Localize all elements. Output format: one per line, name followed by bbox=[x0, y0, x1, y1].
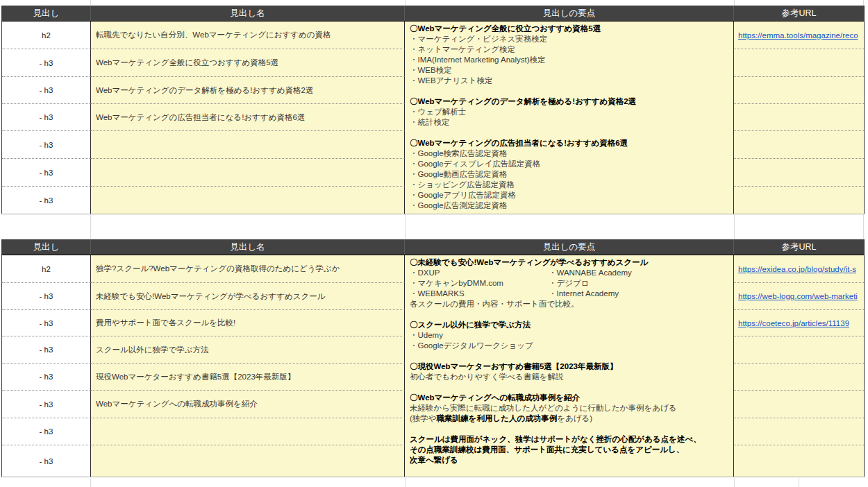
heading-name-cell: Webマーケティングのデータ解析を極める!おすすめ資格2選 bbox=[91, 77, 405, 104]
heading-name-cell: スクール以外に独学で学ぶ方法 bbox=[91, 336, 405, 364]
column-header: 見出し名 bbox=[91, 239, 405, 255]
keypoint-line: ・WEB検定 bbox=[410, 65, 728, 76]
keypoint-line bbox=[410, 86, 728, 96]
heading-name-cell bbox=[91, 418, 405, 445]
keypoint-column-item: ・Internet Academy bbox=[549, 289, 619, 298]
heading-level-cell: - h3 bbox=[2, 364, 91, 391]
heading-level-cell: - h3 bbox=[2, 418, 91, 445]
keypoints-cell: 〇Webマーケティング全般に役立つおすすめ資格5選・マーケティング・ビジネス実務… bbox=[405, 22, 734, 214]
reference-url-cell bbox=[734, 445, 864, 477]
reference-url-cell bbox=[734, 104, 864, 131]
outline-table-qualifications: 見出し見出し名見出しの要点参考URL h2転職先でなりたい自分別、Webマーケテ… bbox=[1, 6, 865, 214]
keypoint-line: 〇Webマーケティングへの転職成功事例を紹介 bbox=[410, 393, 728, 403]
grid-line bbox=[90, 0, 91, 6]
heading-level-cell: - h3 bbox=[2, 310, 91, 336]
keypoint-line: 〇Webマーケティング全般に役立つおすすめ資格5選 bbox=[410, 24, 728, 34]
reference-url-cell bbox=[734, 159, 864, 187]
keypoint-line: ・統計検定 bbox=[410, 117, 728, 128]
reference-url-cell bbox=[734, 77, 864, 104]
keypoint-line: ・WEBMARKS・Internet Academy bbox=[410, 289, 728, 299]
heading-name-cell: Webマーケティング全般に役立つおすすめ資格5選 bbox=[91, 49, 405, 77]
heading-level-cell: - h3 bbox=[2, 391, 91, 418]
heading-level-cell: h2 bbox=[2, 22, 91, 49]
reference-url-cell bbox=[734, 187, 864, 214]
reference-url-cell bbox=[734, 418, 864, 445]
outline-table-learning: 見出し見出し名見出しの要点参考URL h2独学?スクール?Webマーケティングの… bbox=[1, 239, 865, 477]
heading-name-cell bbox=[91, 131, 405, 159]
reference-url-cell: https://web-logg.com/web-marketi bbox=[734, 283, 864, 310]
reference-url-cell bbox=[734, 49, 864, 77]
keypoint-line: 初心者でもわかりやすく学べる書籍を解説 bbox=[410, 372, 728, 382]
keypoint-line bbox=[410, 424, 728, 434]
heading-name-cell bbox=[91, 445, 405, 477]
heading-name-cell: 未経験でも安心!Webマーケティングが学べるおすすめスクール bbox=[91, 283, 405, 310]
reference-url-link[interactable]: https://exidea.co.jp/blog/study/it-s bbox=[738, 265, 856, 273]
keypoint-column-item: ・WEBMARKS bbox=[410, 289, 549, 299]
grid-line bbox=[405, 0, 406, 6]
grid-line bbox=[799, 478, 799, 487]
keypoint-line: スクールは費用面がネック、独学はサポートがなく挫折の心配がある点を述べ、 bbox=[410, 434, 728, 445]
table-header-row: 見出し見出し名見出しの要点参考URL bbox=[2, 239, 864, 255]
keypoint-line: ・Googleアプリ広告認定資格 bbox=[410, 190, 728, 200]
keypoint-column-item: ・デジプロ bbox=[549, 279, 590, 287]
reference-url-cell bbox=[734, 364, 864, 391]
reference-url-link[interactable]: https://coeteco.jp/articles/11139 bbox=[738, 319, 849, 327]
reference-url-cell: https://exidea.co.jp/blog/study/it-s bbox=[734, 255, 864, 283]
keypoint-line: その点職業訓練校は費用面、サポート面共に充実している点をアピールし、 bbox=[410, 445, 728, 455]
keypoint-line bbox=[410, 309, 728, 320]
reference-url-cell bbox=[734, 131, 864, 159]
keypoint-text-part: (独学や bbox=[410, 414, 437, 422]
column-header: 参考URL bbox=[734, 6, 864, 21]
reference-url-cell: https://coeteco.jp/articles/11139 bbox=[734, 310, 864, 336]
column-header: 見出し bbox=[2, 6, 91, 21]
heading-name-cell bbox=[91, 187, 405, 214]
keypoint-line bbox=[410, 351, 728, 361]
heading-level-cell: - h3 bbox=[2, 49, 91, 77]
heading-level-cell: - h3 bbox=[2, 159, 91, 187]
keypoint-line bbox=[410, 128, 728, 138]
heading-name-cell: 費用やサポート面で各スクールを比較! bbox=[91, 310, 405, 336]
reference-url-cell bbox=[734, 391, 864, 418]
grid-line bbox=[405, 214, 406, 239]
grid-line bbox=[734, 0, 735, 6]
keypoint-column-item: ・マケキャンbyDMM.com bbox=[410, 278, 549, 289]
keypoint-line: ・DXUP・WANNABE Academy bbox=[410, 268, 728, 278]
keypoints-cell: 〇未経験でも安心!Webマーケティングが学べるおすすめスクール・DXUP・WAN… bbox=[405, 255, 734, 477]
reference-url-cell bbox=[734, 336, 864, 364]
keypoint-line: ・WEBアナリスト検定 bbox=[410, 76, 728, 86]
reference-url-link[interactable]: https://web-logg.com/web-marketi bbox=[738, 292, 858, 300]
keypoint-column-item: ・DXUP bbox=[410, 268, 549, 278]
heading-name-cell: Webマーケティングの広告担当者になる!おすすめ資格6選 bbox=[91, 104, 405, 131]
keypoint-line: ・Udemy bbox=[410, 330, 728, 341]
keypoint-line: ・ショッピング広告認定資格 bbox=[410, 180, 728, 190]
keypoint-line: ・マケキャンbyDMM.com・デジプロ bbox=[410, 278, 728, 289]
keypoint-text-part: 職業訓練を利用した人の成功事例 bbox=[437, 414, 558, 422]
keypoint-line: ・Googleデジタルワークショップ bbox=[410, 341, 728, 351]
keypoint-line: 〇Webマーケティングの広告担当者になる!おすすめ資格6選 bbox=[410, 138, 728, 148]
grid-line bbox=[734, 214, 735, 239]
heading-level-cell: - h3 bbox=[2, 77, 91, 104]
spreadsheet-canvas: 見出し見出し名見出しの要点参考URL h2転職先でなりたい自分別、Webマーケテ… bbox=[0, 0, 868, 487]
heading-level-cell: - h3 bbox=[2, 187, 91, 214]
keypoint-line: ・Google広告測定認定資格 bbox=[410, 200, 728, 211]
keypoint-line: ・Google検索広告認定資格 bbox=[410, 148, 728, 159]
heading-name-cell: Webマーケティングへの転職成功事例を紹介 bbox=[91, 391, 405, 418]
keypoint-line: 〇スクール以外に独学で学ぶ方法 bbox=[410, 320, 728, 330]
keypoint-line: 〇現役Webマーケターおすすめ書籍5選【2023年最新版】 bbox=[410, 361, 728, 372]
grid-line bbox=[405, 478, 406, 487]
keypoint-line: ・ネットマーケティング検定 bbox=[410, 44, 728, 55]
grid-line bbox=[863, 0, 864, 6]
table-body: h2独学?スクール?Webマーケティングの資格取得のためにどう学ぶかhttps:… bbox=[2, 255, 864, 477]
table-header-row: 見出し見出し名見出しの要点参考URL bbox=[2, 6, 864, 22]
keypoint-line: ・IMA(Internet Marketing Analyst)検定 bbox=[410, 55, 728, 65]
keypoint-line: ・ウェブ解析士 bbox=[410, 107, 728, 117]
heading-level-cell: - h3 bbox=[2, 445, 91, 477]
keypoint-line: 次章へ繋げる bbox=[410, 455, 728, 465]
keypoint-line: (独学や職業訓練を利用した人の成功事例をあげる) bbox=[410, 413, 728, 424]
table-body: h2転職先でなりたい自分別、Webマーケティングにおすすめの資格https://… bbox=[2, 22, 864, 214]
grid-line bbox=[734, 478, 735, 487]
reference-url-link[interactable]: https://emma.tools/magazine/reco bbox=[738, 31, 858, 40]
column-header: 見出しの要点 bbox=[405, 239, 734, 255]
keypoint-line: ・Googleディスプレイ広告認定資格 bbox=[410, 159, 728, 169]
keypoint-column-item: ・WANNABE Academy bbox=[549, 268, 632, 277]
